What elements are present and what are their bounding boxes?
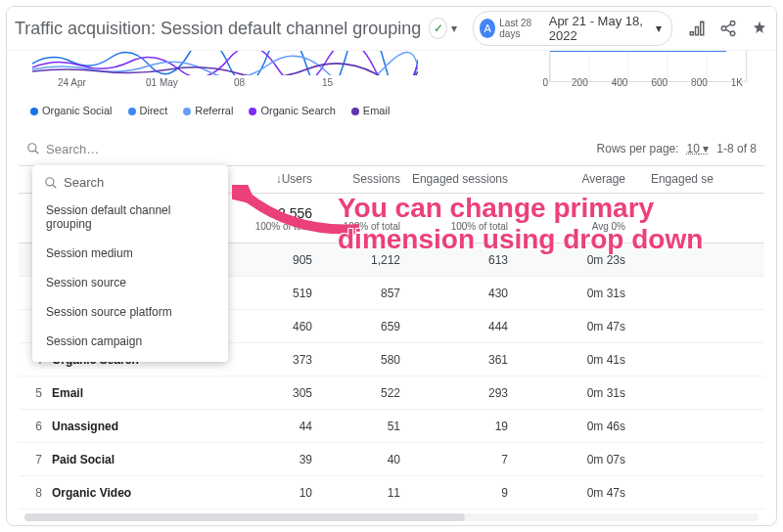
row-avg: 0m 41s bbox=[518, 353, 635, 367]
legend-item[interactable]: Organic Social bbox=[30, 105, 113, 116]
col-engaged-se[interactable]: Engaged se bbox=[635, 172, 723, 186]
row-sessions: 522 bbox=[322, 386, 410, 400]
row-engaged: 293 bbox=[410, 386, 518, 400]
horizontal-scrollbar[interactable] bbox=[24, 513, 759, 521]
legend-item[interactable]: Direct bbox=[128, 105, 168, 116]
dropdown-item[interactable]: Session medium bbox=[32, 239, 228, 268]
search-icon bbox=[44, 176, 58, 190]
report-card: Traffic acquisition: Session default cha… bbox=[6, 6, 777, 526]
row-users: 460 bbox=[224, 320, 322, 333]
bar-x-axis: 0 200 400 600 800 1K bbox=[542, 77, 743, 88]
dropdown-item[interactable]: Session campaign bbox=[32, 327, 228, 356]
row-index: 6 bbox=[19, 420, 52, 433]
search-row: Search… Rows per page: 10 ▾ 1-8 of 8 bbox=[19, 132, 764, 166]
table-row[interactable]: 8Organic Video101190m 47s bbox=[19, 476, 764, 510]
row-channel-name: Unassigned bbox=[52, 420, 224, 433]
row-channel-name: Organic Video bbox=[52, 486, 224, 500]
row-index: 7 bbox=[19, 453, 52, 466]
row-sessions: 857 bbox=[322, 287, 410, 300]
row-channel-name: Paid Social bbox=[52, 453, 224, 466]
row-sessions: 659 bbox=[322, 320, 410, 333]
customize-icon[interactable] bbox=[688, 20, 706, 37]
search-icon bbox=[26, 142, 40, 155]
date-range-picker[interactable]: A Last 28 days Apr 21 - May 18, 2022 ▾ bbox=[473, 11, 672, 46]
insights-icon[interactable] bbox=[751, 20, 768, 37]
svg-point-6 bbox=[28, 144, 36, 152]
row-engaged: 430 bbox=[410, 287, 518, 300]
col-average[interactable]: Average bbox=[518, 172, 635, 186]
row-index: 8 bbox=[19, 486, 52, 500]
row-sessions: 40 bbox=[322, 453, 410, 466]
row-avg: 0m 31s bbox=[518, 287, 635, 300]
status-chip[interactable]: ✓ bbox=[429, 18, 447, 39]
row-avg: 0m 23s bbox=[518, 253, 635, 267]
row-users: 44 bbox=[224, 420, 322, 433]
share-icon[interactable] bbox=[719, 20, 737, 37]
report-title: Traffic acquisition: Session default cha… bbox=[15, 19, 421, 39]
row-sessions: 1,212 bbox=[322, 253, 410, 267]
dimension-dropdown: Search Session default channel groupingS… bbox=[32, 165, 228, 362]
date-range: Apr 21 - May 18, 2022 bbox=[549, 14, 652, 43]
chevron-down-icon: ▾ bbox=[656, 22, 662, 35]
row-sessions: 51 bbox=[322, 420, 410, 433]
row-avg: 0m 47s bbox=[518, 320, 635, 333]
row-users: 39 bbox=[224, 453, 322, 466]
trend-x-axis: 24 Apr 01 May 08 15 bbox=[58, 77, 361, 88]
legend-item[interactable]: Organic Search bbox=[249, 105, 335, 116]
table-search[interactable]: Search… bbox=[26, 142, 99, 156]
report-header: Traffic acquisition: Session default cha… bbox=[7, 7, 776, 51]
chart-zone: 24 Apr 01 May 08 15 0 200 400 600 800 1K bbox=[19, 46, 764, 100]
row-engaged: 444 bbox=[410, 320, 518, 333]
dropdown-search[interactable]: Search bbox=[32, 169, 228, 196]
rows-per-page-label: Rows per page: bbox=[597, 142, 679, 155]
pagination-range: 1-8 of 8 bbox=[716, 142, 757, 155]
row-avg: 0m 47s bbox=[518, 486, 635, 500]
summary-users: 2,556 bbox=[224, 205, 312, 221]
row-users: 905 bbox=[224, 253, 322, 267]
row-users: 373 bbox=[224, 353, 322, 367]
row-index: 5 bbox=[19, 386, 52, 400]
dropdown-item[interactable]: Session source platform bbox=[32, 297, 228, 327]
row-engaged: 19 bbox=[410, 420, 518, 433]
chevron-down-icon[interactable]: ▾ bbox=[451, 22, 457, 35]
col-engaged-sessions[interactable]: Engaged sessions bbox=[410, 172, 518, 186]
row-engaged: 7 bbox=[410, 453, 518, 466]
table-row[interactable]: 7Paid Social394070m 07s bbox=[19, 443, 764, 476]
dropdown-item[interactable]: Session default channel grouping bbox=[32, 196, 228, 239]
row-engaged: 613 bbox=[410, 253, 518, 267]
row-avg: 0m 31s bbox=[518, 386, 635, 400]
row-users: 519 bbox=[224, 287, 322, 300]
row-channel-name: Email bbox=[52, 386, 224, 400]
row-engaged: 9 bbox=[410, 486, 518, 500]
row-sessions: 11 bbox=[322, 486, 410, 500]
legend-item[interactable]: Email bbox=[351, 105, 391, 116]
legend: Organic Social Direct Referral Organic S… bbox=[30, 105, 390, 116]
row-users: 305 bbox=[224, 386, 322, 400]
col-sessions[interactable]: Sessions bbox=[322, 172, 410, 186]
row-avg: 0m 07s bbox=[518, 453, 635, 466]
date-label: Last 28 days bbox=[499, 18, 544, 39]
scrollbar-thumb[interactable] bbox=[24, 513, 465, 521]
table-row[interactable]: 5Email3055222930m 31s bbox=[19, 377, 764, 410]
row-users: 10 bbox=[224, 486, 322, 500]
svg-point-8 bbox=[46, 177, 54, 185]
search-placeholder: Search… bbox=[46, 142, 99, 156]
row-engaged: 361 bbox=[410, 353, 518, 367]
row-sessions: 580 bbox=[322, 353, 410, 367]
row-avg: 0m 46s bbox=[518, 420, 635, 433]
col-users[interactable]: Users bbox=[282, 172, 312, 186]
avatar: A bbox=[480, 19, 495, 38]
legend-item[interactable]: Referral bbox=[183, 105, 233, 116]
dropdown-item[interactable]: Session source bbox=[32, 268, 228, 297]
rows-per-page-select[interactable]: 10 ▾ bbox=[687, 142, 710, 155]
svg-line-7 bbox=[35, 151, 39, 155]
svg-line-9 bbox=[53, 184, 57, 188]
table-row[interactable]: 6Unassigned4451190m 46s bbox=[19, 410, 764, 443]
